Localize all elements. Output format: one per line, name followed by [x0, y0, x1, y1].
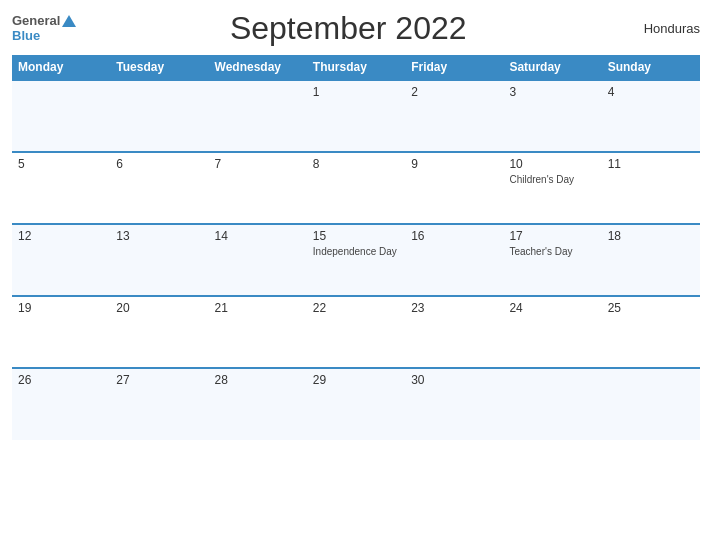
days-header-row: MondayTuesdayWednesdayThursdayFridaySatu… [12, 55, 700, 80]
logo-blue-text: Blue [12, 29, 40, 43]
day-number: 23 [411, 301, 497, 315]
calendar-cell: 12 [12, 224, 110, 296]
week-row-4: 2627282930 [12, 368, 700, 440]
calendar-body: 12345678910Children's Day1112131415Indep… [12, 80, 700, 440]
calendar-cell: 18 [602, 224, 700, 296]
logo: General Blue [12, 14, 76, 43]
day-number: 22 [313, 301, 399, 315]
calendar-cell: 8 [307, 152, 405, 224]
calendar-cell [602, 368, 700, 440]
calendar-cell: 4 [602, 80, 700, 152]
day-number: 25 [608, 301, 694, 315]
day-number: 10 [509, 157, 595, 171]
month-title: September 2022 [76, 10, 620, 47]
calendar-cell [110, 80, 208, 152]
day-number: 2 [411, 85, 497, 99]
calendar-cell: 25 [602, 296, 700, 368]
country-label: Honduras [620, 21, 700, 36]
calendar-cell: 21 [209, 296, 307, 368]
day-number: 27 [116, 373, 202, 387]
day-header-wednesday: Wednesday [209, 55, 307, 80]
day-number: 4 [608, 85, 694, 99]
day-header-thursday: Thursday [307, 55, 405, 80]
calendar-header: General Blue September 2022 Honduras [12, 10, 700, 47]
day-number: 19 [18, 301, 104, 315]
week-row-0: 1234 [12, 80, 700, 152]
day-number: 3 [509, 85, 595, 99]
calendar-cell: 22 [307, 296, 405, 368]
day-number: 24 [509, 301, 595, 315]
day-number: 8 [313, 157, 399, 171]
calendar-cell: 27 [110, 368, 208, 440]
day-number: 1 [313, 85, 399, 99]
calendar-cell: 30 [405, 368, 503, 440]
week-row-1: 5678910Children's Day11 [12, 152, 700, 224]
day-number: 11 [608, 157, 694, 171]
day-number: 5 [18, 157, 104, 171]
day-number: 26 [18, 373, 104, 387]
day-header-sunday: Sunday [602, 55, 700, 80]
day-number: 7 [215, 157, 301, 171]
day-header-monday: Monday [12, 55, 110, 80]
calendar-thead: MondayTuesdayWednesdayThursdayFridaySatu… [12, 55, 700, 80]
day-number: 12 [18, 229, 104, 243]
calendar-cell: 29 [307, 368, 405, 440]
day-number: 21 [215, 301, 301, 315]
calendar-cell: 26 [12, 368, 110, 440]
calendar-cell: 3 [503, 80, 601, 152]
calendar-cell: 15Independence Day [307, 224, 405, 296]
day-number: 6 [116, 157, 202, 171]
calendar-cell: 23 [405, 296, 503, 368]
logo-triangle-icon [62, 15, 76, 27]
week-row-3: 19202122232425 [12, 296, 700, 368]
day-number: 29 [313, 373, 399, 387]
calendar-cell: 20 [110, 296, 208, 368]
calendar-table: MondayTuesdayWednesdayThursdayFridaySatu… [12, 55, 700, 440]
day-number: 15 [313, 229, 399, 243]
calendar-cell: 24 [503, 296, 601, 368]
event-label: Teacher's Day [509, 245, 595, 258]
day-number: 17 [509, 229, 595, 243]
calendar-cell: 1 [307, 80, 405, 152]
day-number: 9 [411, 157, 497, 171]
week-row-2: 12131415Independence Day1617Teacher's Da… [12, 224, 700, 296]
calendar-cell: 17Teacher's Day [503, 224, 601, 296]
calendar-cell: 2 [405, 80, 503, 152]
calendar-container: General Blue September 2022 Honduras Mon… [0, 0, 712, 550]
calendar-cell: 9 [405, 152, 503, 224]
calendar-cell: 13 [110, 224, 208, 296]
day-number: 18 [608, 229, 694, 243]
day-header-tuesday: Tuesday [110, 55, 208, 80]
calendar-cell [503, 368, 601, 440]
event-label: Independence Day [313, 245, 399, 258]
calendar-cell: 14 [209, 224, 307, 296]
calendar-cell: 16 [405, 224, 503, 296]
calendar-cell: 6 [110, 152, 208, 224]
day-number: 20 [116, 301, 202, 315]
calendar-cell: 28 [209, 368, 307, 440]
calendar-cell: 19 [12, 296, 110, 368]
day-number: 30 [411, 373, 497, 387]
day-number: 28 [215, 373, 301, 387]
day-number: 13 [116, 229, 202, 243]
logo-general-text: General [12, 14, 60, 28]
day-header-saturday: Saturday [503, 55, 601, 80]
day-number: 16 [411, 229, 497, 243]
calendar-cell [12, 80, 110, 152]
calendar-cell: 5 [12, 152, 110, 224]
day-header-friday: Friday [405, 55, 503, 80]
event-label: Children's Day [509, 173, 595, 186]
calendar-cell: 11 [602, 152, 700, 224]
calendar-cell: 10Children's Day [503, 152, 601, 224]
calendar-cell: 7 [209, 152, 307, 224]
calendar-cell [209, 80, 307, 152]
day-number: 14 [215, 229, 301, 243]
